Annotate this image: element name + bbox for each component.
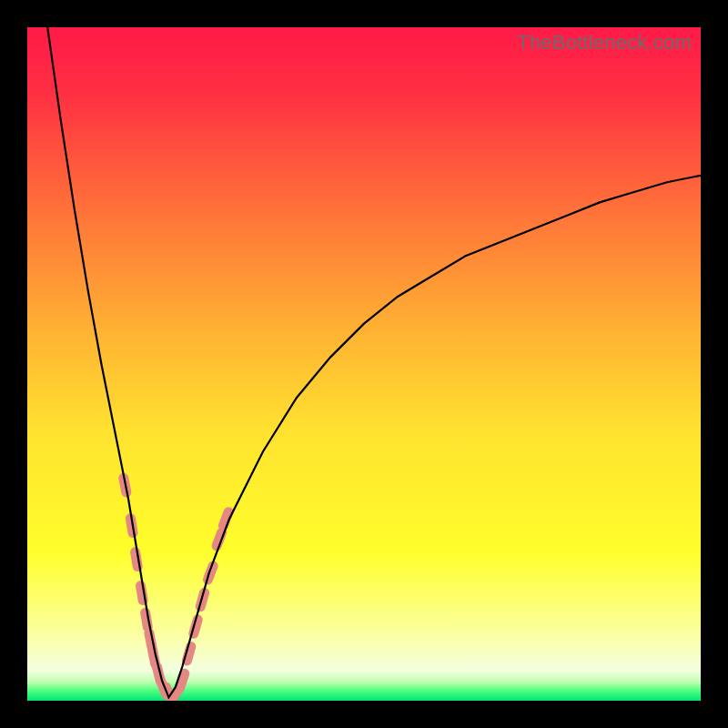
plot-area: TheBottleneck.com — [27, 27, 701, 701]
bottleneck-curve — [47, 27, 701, 697]
curve-layer — [27, 27, 701, 701]
marker-group — [124, 478, 228, 701]
outer-frame: TheBottleneck.com — [0, 0, 728, 728]
marker-point — [180, 673, 185, 687]
watermark-text: TheBottleneck.com — [517, 31, 692, 55]
